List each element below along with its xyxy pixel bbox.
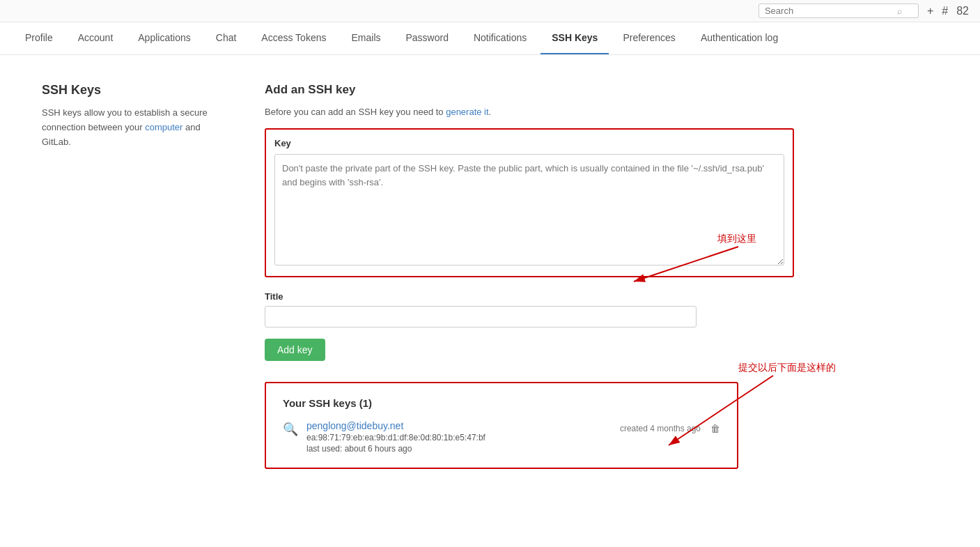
add-icon[interactable]: + [927, 5, 933, 17]
tab-notifications[interactable]: Notifications [462, 22, 538, 54]
table-row: 🔍 penglong@tidebuy.net ea:98:71:79:eb:ea… [283, 420, 720, 454]
tab-ssh-keys[interactable]: SSH Keys [540, 22, 609, 54]
main-content: SSH Keys SSH keys allow you to establish… [0, 55, 836, 497]
key-label: Key [274, 138, 784, 148]
tab-account[interactable]: Account [67, 22, 125, 54]
key-details: penglong@tidebuy.net ea:98:71:79:eb:ea:9… [306, 420, 485, 454]
topbar: ⌕ + # 82 [0, 0, 980, 22]
annotation-fill-here: 填到这里 [717, 233, 756, 245]
tab-profile[interactable]: Profile [14, 22, 64, 54]
search-icon: ⌕ [897, 6, 902, 16]
generate-link[interactable]: generate it [446, 107, 488, 117]
search-box[interactable]: ⌕ [759, 3, 919, 18]
key-icon: 🔍 [283, 422, 298, 437]
intro-after: . [489, 107, 492, 117]
tab-emails[interactable]: Emails [340, 22, 391, 54]
hash-icon[interactable]: # [942, 5, 948, 17]
sidebar: SSH Keys SSH keys allow you to establish… [42, 83, 223, 469]
title-label: Title [265, 291, 794, 302]
key-email-link[interactable]: penglong@tidebuy.net [306, 420, 485, 431]
delete-icon[interactable]: 🗑 [710, 423, 720, 434]
ssh-key-item-left: 🔍 penglong@tidebuy.net ea:98:71:79:eb:ea… [283, 420, 485, 454]
ssh-key-item-right: created 4 months ago 🗑 [620, 423, 720, 434]
annotation-after-submit: 提交以后下面是这样的 [738, 362, 836, 374]
tab-preferences[interactable]: Preferences [612, 22, 686, 54]
ssh-keys-list-title: Your SSH keys (1) [283, 397, 720, 409]
tab-chat[interactable]: Chat [205, 22, 248, 54]
sidebar-computer-link[interactable]: computer [145, 122, 182, 132]
key-last-used: last used: about 6 hours ago [306, 444, 485, 454]
add-key-button[interactable]: Add key [265, 339, 325, 361]
form-area: Add an SSH key Before you can add an SSH… [265, 83, 794, 469]
tab-authentication-log[interactable]: Authentication log [690, 22, 789, 54]
tab-access-tokens[interactable]: Access Tokens [250, 22, 337, 54]
ssh-keys-list: Your SSH keys (1) 🔍 penglong@tidebuy.net… [265, 382, 738, 469]
sidebar-title: SSH Keys [42, 83, 223, 98]
title-input[interactable] [265, 306, 697, 328]
sidebar-description: SSH keys allow you to establish a secure… [42, 106, 223, 149]
key-box: Key [265, 128, 794, 277]
user-icon[interactable]: 82 [956, 5, 969, 17]
nav-tabs: Profile Account Applications Chat Access… [0, 22, 980, 55]
key-created-info: created 4 months ago [620, 424, 701, 433]
tab-applications[interactable]: Applications [127, 22, 202, 54]
form-section-title: Add an SSH key [265, 83, 794, 97]
intro-text: Before you can add an SSH key you need t… [265, 107, 794, 117]
key-textarea[interactable] [274, 154, 784, 265]
intro-before: Before you can add an SSH key you need t… [265, 107, 446, 117]
key-fingerprint: ea:98:71:79:eb:ea:9b:d1:df:8e:0d:80:1b:e… [306, 433, 485, 442]
tab-password[interactable]: Password [395, 22, 460, 54]
topbar-actions: + # 82 [927, 5, 969, 17]
search-input[interactable] [765, 6, 897, 16]
title-field-group: Title [265, 291, 794, 328]
